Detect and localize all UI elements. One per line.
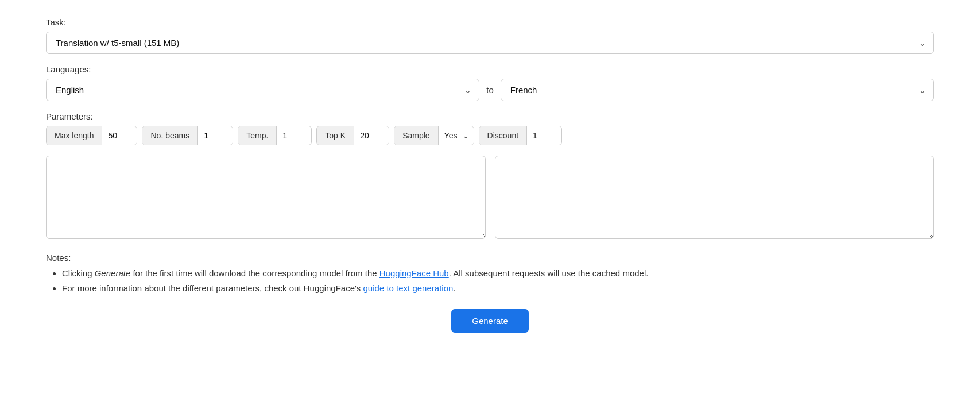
to-label: to [486,85,494,95]
generate-section: Generate [46,309,934,333]
discount-input[interactable] [527,126,561,145]
sample-group: Sample Yes No ⌄ [394,126,474,145]
top-k-label: Top K [317,126,354,145]
generate-button[interactable]: Generate [451,309,529,333]
top-k-input[interactable] [354,126,389,145]
output-textarea[interactable] [495,156,935,239]
to-language-select[interactable]: French English German Spanish [501,79,934,101]
discount-label: Discount [479,126,527,145]
input-textarea[interactable] [46,156,486,239]
temp-label: Temp. [238,126,277,145]
notes-list: Clicking Generate for the first time wil… [46,266,934,295]
notes-title: Notes: [46,253,934,263]
languages-row: English French German Spanish ⌄ to Frenc… [46,79,934,101]
sample-label: Sample [394,126,438,145]
from-language-wrapper: English French German Spanish ⌄ [46,79,479,101]
task-select-wrapper: Translation w/ t5-small (151 MB) ⌄ [46,32,934,54]
sample-select[interactable]: Yes No [439,126,474,145]
textareas-row [46,156,934,239]
no-beams-group: No. beams [142,126,233,145]
no-beams-input[interactable] [198,126,233,145]
task-section: Task: Translation w/ t5-small (151 MB) ⌄ [46,17,934,54]
huggingface-hub-link[interactable]: HuggingFace Hub [379,268,449,278]
max-length-group: Max length [46,126,137,145]
from-language-select[interactable]: English French German Spanish [46,79,479,101]
max-length-input[interactable] [102,126,137,145]
top-k-group: Top K [316,126,389,145]
discount-group: Discount [479,126,562,145]
languages-section: Languages: English French German Spanish… [46,64,934,101]
notes-section: Notes: Clicking Generate for the first t… [46,253,934,295]
note-item-2: For more information about the different… [62,281,934,296]
languages-label: Languages: [46,64,934,74]
parameters-section: Parameters: Max length No. beams Temp. T… [46,111,934,145]
temp-group: Temp. [238,126,312,145]
to-language-wrapper: French English German Spanish ⌄ [501,79,934,101]
task-label: Task: [46,17,934,27]
temp-input[interactable] [277,126,311,145]
sample-select-wrapper: Yes No ⌄ [439,126,474,145]
note-item-1: Clicking Generate for the first time wil… [62,266,934,281]
parameters-label: Parameters: [46,111,934,121]
generate-italic: Generate [95,268,131,278]
max-length-label: Max length [47,126,102,145]
parameters-row: Max length No. beams Temp. Top K Sample … [46,126,934,145]
task-select[interactable]: Translation w/ t5-small (151 MB) [46,32,934,54]
guide-link[interactable]: guide to text generation [363,283,454,293]
no-beams-label: No. beams [142,126,198,145]
